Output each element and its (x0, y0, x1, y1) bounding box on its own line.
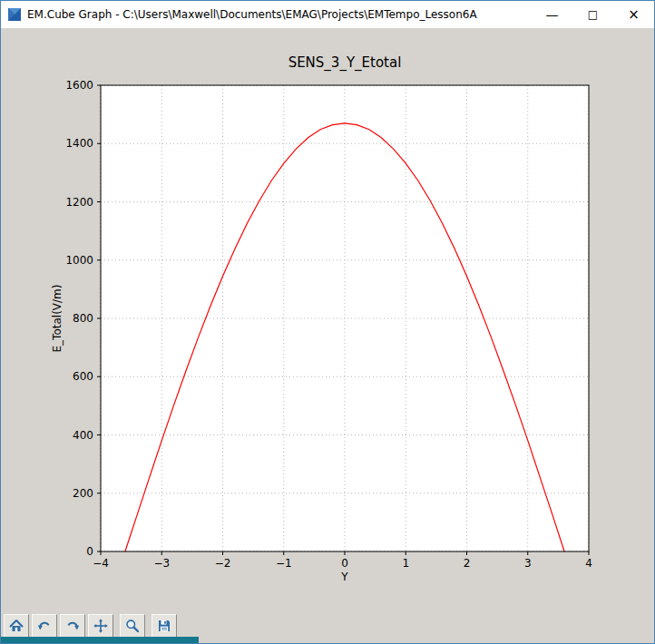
y-tick-label: 1000 (65, 254, 93, 267)
chart-title: SENS_3_Y_Etotal (101, 54, 589, 71)
content-area: −4−3−2−101234020040060080010001200140016… (1, 28, 654, 643)
x-tick-label: 0 (341, 557, 348, 570)
plot-canvas[interactable]: −4−3−2−101234020040060080010001200140016… (1, 28, 654, 609)
x-tick-label: 1 (402, 557, 409, 570)
y-tick-label: 0 (86, 545, 93, 558)
y-tick-label: 800 (73, 312, 93, 325)
app-window: EM.Cube Graph - C:\Users\Maxwell\Documen… (0, 0, 655, 644)
zoom-button[interactable] (120, 614, 145, 638)
x-tick-label: 2 (464, 557, 471, 570)
minimize-button[interactable]: — (532, 1, 572, 28)
x-axis-label: Y (101, 571, 589, 583)
bottom-strip (1, 637, 199, 643)
save-button[interactable] (152, 614, 177, 638)
floppy-disk-icon (157, 619, 171, 633)
x-tick-label: −2 (215, 557, 231, 570)
window-title: EM.Cube Graph - C:\Users\Maxwell\Documen… (27, 8, 477, 21)
forward-button[interactable] (60, 614, 85, 638)
window-controls: — □ × (532, 1, 654, 28)
close-button[interactable]: × (613, 1, 654, 28)
y-tick-label: 600 (73, 370, 93, 383)
y-axis-label: E_Total(V/m) (51, 285, 64, 353)
x-tick-label: −4 (93, 557, 109, 570)
y-tick-label: 1400 (65, 137, 93, 150)
x-tick-label: 4 (585, 557, 592, 570)
back-arrow-icon (37, 619, 52, 633)
magnifier-icon (125, 619, 140, 633)
back-button[interactable] (32, 614, 57, 638)
emcube-logo-icon (7, 7, 22, 22)
x-tick-label: −3 (153, 557, 170, 570)
titlebar[interactable]: EM.Cube Graph - C:\Users\Maxwell\Documen… (1, 1, 654, 28)
pan-button[interactable] (88, 614, 113, 638)
y-tick-label: 400 (73, 429, 93, 442)
home-icon (9, 619, 24, 633)
home-button[interactable] (4, 614, 29, 638)
toolbar (4, 612, 180, 639)
y-tick-label: 1200 (65, 196, 93, 209)
y-tick-label: 200 (73, 487, 93, 500)
app-icon (7, 7, 22, 22)
forward-arrow-icon (65, 619, 80, 633)
x-tick-label: 3 (524, 557, 532, 570)
pan-arrows-icon (93, 619, 108, 633)
y-tick-label: 1600 (65, 79, 93, 92)
x-tick-label: −1 (276, 557, 292, 570)
maximize-button[interactable]: □ (572, 1, 613, 28)
